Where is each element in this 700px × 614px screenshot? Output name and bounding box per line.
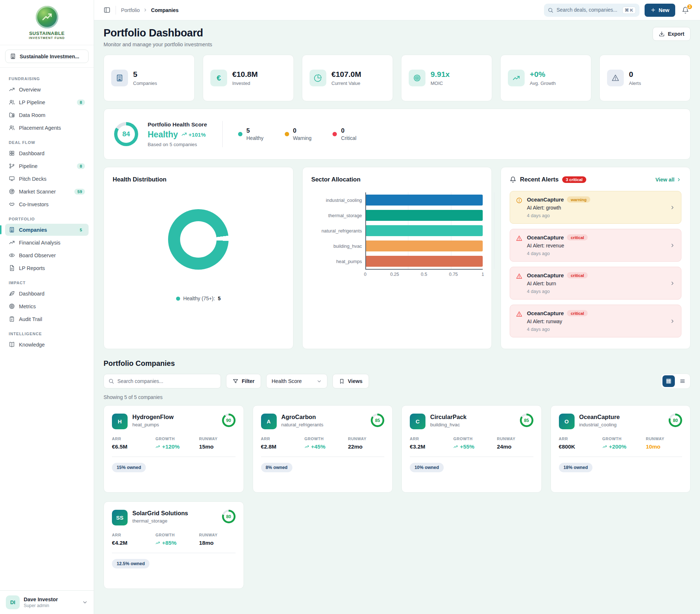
company-name: CircularPack [430,414,467,421]
avatar: O [559,414,575,429]
company-name: SolarGrid Solutions [132,510,188,517]
global-search-input[interactable] [557,7,619,13]
view-toggle-group [661,374,691,389]
growth-value: +45% [311,443,326,450]
stat-value: 0 [629,70,641,79]
bar-track [365,192,483,208]
metric-runway: RUNWAY 15mo [199,437,236,450]
sidebar-item-data-room[interactable]: Data Room [5,109,89,121]
count-value: 5 [246,127,264,134]
health-score-ring: 80 [669,414,682,427]
stat-value: 5 [133,70,157,79]
health-score-value: 90 [224,415,234,425]
grid-view-button[interactable] [662,375,675,387]
trend-up-icon [181,132,187,137]
view-all-link[interactable]: View all [656,177,681,183]
views-button[interactable]: Views [332,374,369,388]
company-card-agrocarbon[interactable]: A AgroCarbon natural_refrigerants 85 ARR… [253,405,393,493]
companies-search-input[interactable] [117,379,216,384]
metric-arr: ARR €3.2M [410,437,453,450]
company-card-solargrid-solutions[interactable]: SS SolarGrid Solutions thermal_storage 8… [104,501,244,589]
alert-body: OceanCapture critical AI Alert: runway 4… [527,310,588,332]
company-card-header: H HydrogenFlow heat_pumps 90 [112,414,236,429]
health-summary: Portfolio Health Score Healthy +101% Bas… [148,121,207,147]
sidebar-item-label: Metrics [19,304,36,309]
sidebar-item-lp-reports[interactable]: LP Reports [5,262,89,274]
sidebar-item-metrics[interactable]: Metrics [5,300,89,312]
metric-value: €4.2M [112,540,155,546]
sidebar-item-placement-agents[interactable]: Placement Agents [5,122,89,134]
global-search[interactable]: ⌘ K [544,4,639,17]
trend-up-icon [9,239,15,246]
export-button-label: Export [668,31,684,37]
eye-icon [9,252,15,258]
bar-category-label: natural_refrigerants [311,228,365,234]
companies-search[interactable] [104,374,221,388]
health-score-ring: 85 [371,414,384,427]
alerts-list: OceanCapture warning AI Alert: growth 4 … [510,191,681,337]
sidebar-item-lp-pipeline[interactable]: LP Pipeline 8 [5,96,89,108]
sidebar-item-impact-dashboard[interactable]: Dashboard [5,288,89,300]
sidebar-item-dashboard[interactable]: Dashboard [5,147,89,159]
company-card-oceancapture[interactable]: O OceanCapture industrial_cooling 80 ARR… [551,405,691,493]
sidebar-item-co-investors[interactable]: Co-Investors [5,198,89,210]
company-card-hydrogenflow[interactable]: H HydrogenFlow heat_pumps 90 ARR €6.5M [104,405,244,493]
chevron-right-icon [143,8,148,12]
sidebar-item-market-scanner[interactable]: Market Scanner 59 [5,185,89,198]
alert-item[interactable]: OceanCapture critical AI Alert: revenue … [510,229,681,262]
metric-label: RUNWAY [348,437,384,441]
metric-label: RUNWAY [646,437,682,441]
stat-card-companies: 5 Companies [104,55,195,101]
stat-text: 9.91x MOIC [431,70,450,86]
company-sector: building_hvac [430,422,467,427]
panel-icon [104,7,110,13]
sidebar-item-label: Placement Agents [19,125,61,131]
avatar: DI [6,595,20,609]
sidebar-item-companies[interactable]: Companies 5 [5,224,89,236]
notifications-button[interactable]: 3 [680,5,691,15]
sidebar-item-board-observer[interactable]: Board Observer [5,249,89,261]
new-button-label: New [659,7,669,13]
list-view-button[interactable] [676,375,689,387]
pie-chart-icon [310,70,326,86]
sidebar-item-pipeline[interactable]: Pipeline 8 [5,160,89,172]
bar-plot: industrial_cooling thermal_storage natur… [311,192,483,269]
filter-button[interactable]: Filter [226,374,261,388]
alert-item[interactable]: OceanCapture critical AI Alert: runway 4… [510,305,681,337]
alert-item[interactable]: OceanCapture critical AI Alert: burn 4 d… [510,267,681,300]
sidebar-item-label: Board Observer [19,253,56,258]
sector-bar-fill [365,210,483,221]
stat-text: +0% Avg. Growth [530,70,556,86]
bar-row: heat_pumps [311,254,483,269]
count-label: Warning [293,136,312,141]
bar-category-label: building_hvac [311,243,365,249]
alert-circle-icon [516,197,522,218]
company-card-circularpack[interactable]: C CircularPack building_hvac 85 ARR €3.2… [401,405,542,493]
legend-dot [176,297,180,301]
badge: 59 [74,189,85,195]
sidebar-item-knowledge[interactable]: Knowledge [5,339,89,351]
company-sector: thermal_storage [132,518,188,524]
sidebar-item-financial-analysis[interactable]: Financial Analysis [5,236,89,249]
sort-select[interactable]: Health Score [266,374,327,388]
bar-track [365,223,483,238]
metric-label: ARR [410,437,453,441]
stat-text: 0 Alerts [629,70,641,86]
results-count: Showing 5 of 5 companies [104,395,691,400]
sidebar-item-overview[interactable]: Overview [5,83,89,95]
metric-value: +200% [602,443,646,450]
sidebar-item-pitch-decks[interactable]: Pitch Decks [5,173,89,185]
x-tick: 0.25 [390,272,399,277]
breadcrumb-parent[interactable]: Portfolio [121,7,140,13]
company-metrics: ARR €2.8M GROWTH +45% RUNWAY [261,437,385,450]
companies-section-title: Portfolio Companies [104,359,691,368]
sidebar-item-audit-trail[interactable]: Audit Trail [5,313,89,325]
metric-arr: ARR €4.2M [112,533,155,546]
org-selector-button[interactable]: Sustainable Investmen... [5,50,89,63]
x-tick: 0.5 [421,272,427,277]
user-menu[interactable]: DI Dave Investor Super admin [0,590,94,614]
export-button[interactable]: Export [653,27,691,41]
alert-item[interactable]: OceanCapture warning AI Alert: growth 4 … [510,191,681,224]
sidebar-toggle-button[interactable] [104,7,110,13]
new-button[interactable]: New [645,4,675,17]
